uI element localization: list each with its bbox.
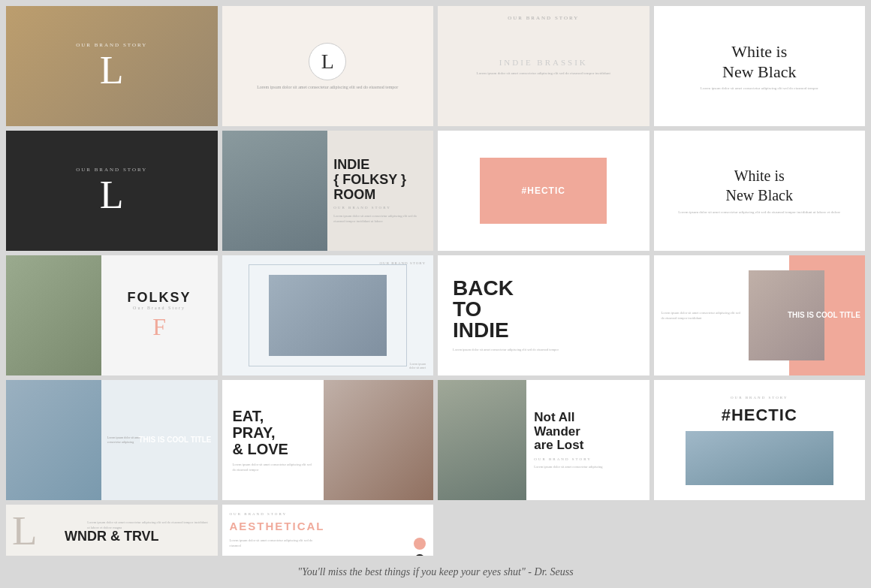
slide-15: Not AllWanderare Lost Our Brand Story Lo… (438, 380, 649, 500)
slide-6: INDIE{ FOLKSY }ROOM OUR BRAND STORY Lore… (222, 131, 434, 251)
photo-left (6, 255, 101, 375)
slide-2: L Lorem ipsum dolor sit amet consectetur… (222, 6, 434, 126)
aesthetical-title: AESTHETICAL (230, 520, 325, 533)
slide-5: Our Brand Story L (6, 131, 218, 251)
slide-title: White isNew Black (726, 166, 793, 205)
small-text: Lorem ipsum dolor sit amet consectetur a… (333, 213, 427, 224)
slide-grid: OUR BRAND STORY L L Lorem ipsum dolor si… (6, 6, 865, 556)
slide-title: White isNew Black (722, 42, 796, 82)
slide-18: OUR BRAND STORY AESTHETICAL Lorem ipsum … (222, 505, 434, 556)
big-letter: L (76, 176, 147, 215)
small-text: Lorem ipsum dolor sit amet consectetur a… (466, 71, 622, 75)
slide-3: OUR BRAND STORY INDIE BRASSIK Lorem ipsu… (438, 6, 649, 126)
photo-right (324, 380, 433, 500)
photo-left (222, 131, 328, 251)
right-content: Not AllWanderare Lost Our Brand Story Lo… (526, 403, 649, 477)
brand-story: Our Brand Story (379, 261, 426, 265)
brand-story-label: Our Brand Story (76, 167, 147, 173)
circle-dark (414, 554, 425, 556)
brand-story: OUR BRAND STORY (731, 396, 788, 400)
slide-13: Lorem ipsum dolor sit ametconsectetur ad… (6, 380, 218, 500)
quote-text: "You'll miss the best things if you keep… (282, 566, 588, 588)
top-label: OUR BRAND STORY (508, 15, 579, 21)
inner-photo (269, 275, 387, 355)
left-content: EAT,PRAY,& LOVE Lorem ipsum dolor sit am… (222, 397, 324, 483)
slide-16: OUR BRAND STORY #HECTIC (654, 380, 866, 500)
slide-10: Our Brand Story Lorem ipsumdolor sit ame… (222, 255, 434, 375)
small-text: Lorem ipsumdolor sit amet (409, 362, 426, 369)
right-side (333, 524, 434, 536)
circle-letter: L (309, 43, 346, 80)
wndr-title: WNDR & TRVL (65, 529, 159, 544)
small-text: Lorem ipsum dolor sit ametconsectetur ad… (107, 436, 140, 445)
small-text: Lorem ipsum dolor sit amet consectetur a… (233, 462, 313, 472)
this-cool-title-2: THIS IS COOL TITLE (138, 435, 211, 445)
back-title: BACKTOINDIE (453, 278, 514, 341)
eat-title: EAT,PRAY,& LOVE (233, 408, 313, 457)
left-content: OUR BRAND STORY AESTHETICAL Lorem ipsum … (222, 505, 333, 556)
brand-story: OUR BRAND STORY (333, 206, 427, 210)
brand-story: Our Brand Story (534, 457, 641, 461)
hashtag: #HECTIC (522, 185, 565, 196)
small-text: Lorem ipsum dolor sit amet consectetur a… (230, 538, 325, 548)
slide-12: Lorem ipsum dolor sit amet consectetur a… (654, 255, 866, 375)
slide-7: #HECTIC (438, 131, 649, 251)
salmon-rect: #HECTIC (480, 158, 607, 224)
small-text: Lorem ipsum dolor sit amet consectetur a… (249, 85, 405, 89)
small-text: Lorem ipsum dolor sit amet consectetur a… (662, 310, 742, 321)
slide-17: L Lorem ipsum dolor sit amet consectetur… (6, 505, 218, 556)
small-text: Lorem ipsum dolor sit amet consectetur a… (453, 347, 559, 352)
right-panel: THIS IS COOL TITLE (749, 255, 865, 375)
photo-left (6, 380, 101, 500)
this-cool-title: THIS IS COOL TITLE (788, 310, 860, 321)
frame (249, 264, 407, 366)
slide-8: White isNew Black Lorem ipsum dolor sit … (654, 131, 866, 251)
circle-salmon (414, 538, 426, 550)
big-letter: L (76, 51, 147, 90)
slide-11: BACKTOINDIE Lorem ipsum dolor sit amet c… (438, 255, 649, 375)
not-all-title: Not AllWanderare Lost (534, 411, 641, 453)
brand-story: OUR BRAND STORY (230, 512, 325, 516)
big-l: L (12, 509, 38, 550)
main-title: INDIE BRASSIK (499, 58, 588, 67)
slide-4: White isNew Black Lorem ipsum dolor sit … (654, 6, 866, 126)
indie-title: INDIE{ FOLKSY }ROOM (333, 158, 427, 202)
photo-box (686, 431, 833, 485)
small-text: Lorem ipsum dolor sit amet consectetur a… (534, 464, 641, 469)
small-text: Lorem ipsum dolor sit amet consectetur a… (663, 210, 855, 216)
folksy-title: FOLKSY (128, 290, 191, 306)
f-letter: F (152, 313, 166, 341)
folksy-sub: Our Brand Story (133, 306, 185, 310)
slide-9: FOLKSY Our Brand Story F (6, 255, 218, 375)
photo-left (438, 380, 526, 500)
slide-14: EAT,PRAY,& LOVE Lorem ipsum dolor sit am… (222, 380, 434, 500)
brand-story-label: OUR BRAND STORY (76, 42, 147, 48)
hashtag: #HECTIC (722, 406, 797, 425)
small-text: Lorem ipsum dolor sit amet consectetur a… (686, 86, 833, 90)
slide-1: OUR BRAND STORY L (6, 6, 218, 126)
